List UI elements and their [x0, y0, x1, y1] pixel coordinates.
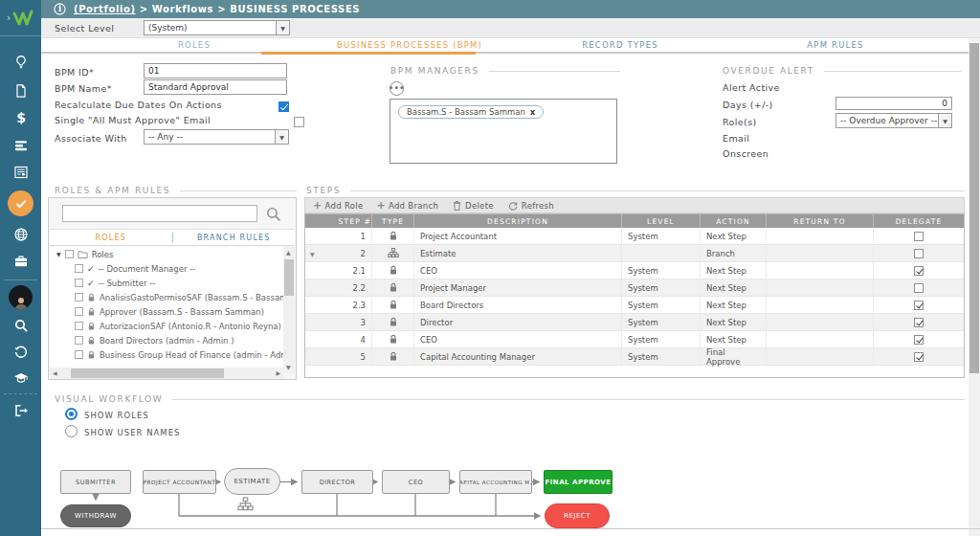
tree-item-checkbox[interactable]: [75, 307, 83, 316]
tab-record-types[interactable]: RECORD TYPES: [520, 40, 721, 50]
breadcrumb-separator: >: [217, 4, 226, 14]
briefcase-icon[interactable]: [12, 253, 29, 269]
breadcrumb-current: BUSINESS PROCESSES: [230, 4, 360, 14]
delegate-checkbox[interactable]: [914, 352, 924, 362]
flow-node-reject[interactable]: REJECT: [545, 503, 610, 528]
table-row[interactable]: 4 CEO System Next Step: [305, 331, 964, 348]
remove-tag-icon[interactable]: x: [530, 107, 535, 117]
tree-item[interactable]: ✓ AutorizacionSAF (Antonio.R - Antonio R…: [50, 319, 284, 333]
scrollbar-thumb[interactable]: [969, 43, 979, 373]
check-circle-icon[interactable]: [8, 190, 33, 216]
bpm-name-input[interactable]: [144, 79, 287, 95]
tree-item[interactable]: ✓ AnalisisGastoPermisoSAF (Bassam.S - Ba…: [50, 290, 284, 304]
globe-icon[interactable]: [12, 226, 29, 242]
associate-with-dropdown[interactable]: -- Any -- ▼: [144, 129, 289, 145]
tab-business-processes[interactable]: BUSINESS PROCESSES (BPM): [300, 40, 520, 50]
overdue-roles-dropdown[interactable]: -- Overdue Approver -- ▼: [835, 113, 952, 128]
add-role-button[interactable]: + Add Role: [313, 200, 363, 211]
delegate-checkbox[interactable]: [914, 318, 924, 327]
scroll-up-icon[interactable]: ▲: [286, 250, 291, 256]
tree-item-checkbox[interactable]: [75, 279, 83, 287]
table-row[interactable]: 2.1 CEO System Next Step: [305, 262, 964, 279]
tree-item-checkbox[interactable]: [75, 322, 83, 330]
history-icon[interactable]: [12, 344, 29, 360]
breadcrumb-workflows[interactable]: Workflows: [152, 4, 213, 14]
delegate-checkbox[interactable]: [914, 335, 924, 345]
scrollbar-thumb[interactable]: [71, 368, 224, 378]
ellipsis-button[interactable]: •••: [390, 81, 404, 96]
tree-root[interactable]: ▼ Roles: [50, 247, 284, 261]
scroll-right-icon[interactable]: ▶: [276, 370, 280, 376]
flow-node-capital-accounting[interactable]: CAPITAL ACCOUNTING M...: [459, 470, 532, 494]
flow-node-submitter[interactable]: SUBMITTER: [60, 470, 131, 494]
flow-node-project-accountant[interactable]: PROJECT ACCOUNTANT: [143, 470, 216, 494]
table-row[interactable]: ▼ 2 Estimate Branch: [305, 245, 964, 262]
flow-node-withdraw[interactable]: WITHDRAW: [60, 504, 131, 527]
tree-root-checkbox[interactable]: [65, 250, 74, 258]
lock-icon: [389, 231, 398, 241]
table-row[interactable]: 1 Project Accountant System Next Step: [305, 228, 964, 245]
subtab-roles[interactable]: ROLES: [50, 230, 172, 245]
select-level-dropdown[interactable]: (System) ▼: [144, 20, 290, 35]
tree-item[interactable]: ✓ -- Submitter --: [50, 276, 284, 290]
tree-item[interactable]: ✓ -- Document Manager --: [50, 261, 284, 276]
days-input[interactable]: [835, 97, 952, 110]
info-icon[interactable]: i: [54, 3, 66, 15]
scrollbar-thumb[interactable]: [284, 259, 294, 296]
flow-node-final-approve[interactable]: FINAL APPROVE: [544, 470, 612, 494]
show-user-names-radio[interactable]: [65, 425, 78, 437]
table-row[interactable]: 2.2 Project Manager System Next Step: [305, 279, 964, 297]
tree-vertical-scrollbar[interactable]: ▲ ▼: [283, 247, 295, 373]
search-icon[interactable]: [12, 317, 29, 333]
dollar-icon[interactable]: $: [12, 109, 29, 125]
lightbulb-icon[interactable]: [12, 54, 29, 70]
delegate-checkbox[interactable]: [914, 266, 924, 276]
roles-search-input[interactable]: [62, 205, 257, 222]
delegate-checkbox[interactable]: [914, 249, 924, 258]
search-icon[interactable]: [265, 206, 281, 226]
manager-tag: Bassam.S - Bassam Samman x: [398, 105, 544, 119]
add-branch-button[interactable]: + Add Branch: [376, 200, 438, 211]
tree-item-checkbox[interactable]: [75, 264, 83, 273]
tree-item[interactable]: ✓ Approver (Bassam.S - Bassam Samman): [50, 304, 284, 319]
tree-horizontal-scrollbar[interactable]: ◀ ▶: [50, 368, 283, 379]
show-roles-radio[interactable]: [65, 408, 78, 420]
scroll-down-icon[interactable]: ▼: [286, 365, 291, 370]
logout-icon[interactable]: [12, 402, 29, 418]
form-icon[interactable]: [12, 164, 29, 180]
table-row[interactable]: 2.3 Board Directors System Next Step: [305, 297, 964, 314]
subtab-branch-rules[interactable]: BRANCH RULES: [173, 230, 296, 245]
bpm-id-input[interactable]: [144, 63, 287, 78]
delegate-checkbox[interactable]: [914, 301, 924, 310]
graduation-cap-icon[interactable]: [12, 369, 29, 386]
col-level: LEVEL: [622, 214, 701, 228]
tree-item-checkbox[interactable]: [75, 336, 83, 345]
breadcrumb-portfolio[interactable]: (Portfolio): [74, 4, 136, 14]
tab-apm-rules[interactable]: APM RULES: [735, 40, 936, 50]
app-logo[interactable]: ›: [0, 0, 41, 36]
single-email-checkbox[interactable]: [294, 117, 304, 127]
tab-roles[interactable]: ROLES: [99, 40, 290, 50]
tree-item-checkbox[interactable]: [75, 350, 83, 359]
list-icon[interactable]: [12, 137, 29, 153]
tree-item-checkbox[interactable]: [75, 293, 83, 302]
delete-button[interactable]: Delete: [452, 200, 494, 212]
scroll-left-icon[interactable]: ◀: [53, 370, 57, 376]
flow-node-ceo[interactable]: CEO: [382, 470, 450, 494]
document-icon[interactable]: [12, 82, 29, 99]
delegate-checkbox[interactable]: [914, 283, 924, 293]
delegate-checkbox[interactable]: [914, 232, 924, 241]
tree-item[interactable]: ✓ Business Group Head of Finance (admin …: [50, 347, 284, 362]
step-number: 4: [361, 335, 366, 345]
tree-item[interactable]: ✓ Board Directors (admin - Admin ): [50, 333, 284, 347]
lock-icon: [389, 300, 398, 310]
recalculate-checkbox[interactable]: [278, 101, 289, 112]
table-row[interactable]: 3 Director System Next Step: [305, 314, 964, 331]
table-row[interactable]: 5 Capital Accounting Manager System Fina…: [305, 348, 964, 366]
row-expand-icon[interactable]: ▼: [310, 251, 315, 257]
flow-node-director[interactable]: DIRECTOR: [301, 470, 373, 494]
avatar[interactable]: [9, 285, 33, 309]
flow-node-estimate[interactable]: ESTIMATE: [224, 468, 280, 495]
tree-expand-icon[interactable]: ▼: [56, 251, 61, 257]
refresh-button[interactable]: Refresh: [507, 200, 554, 212]
